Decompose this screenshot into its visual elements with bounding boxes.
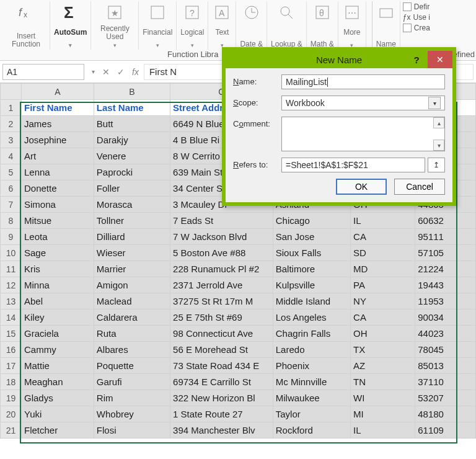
cell[interactable]: TN bbox=[351, 374, 415, 390]
ribbon-financial[interactable]: Financial ▾ bbox=[139, 1, 177, 50]
cell[interactable]: Phoenix bbox=[273, 358, 350, 374]
row-number[interactable]: 10 bbox=[1, 245, 22, 261]
fx-icon[interactable]: fx bbox=[132, 67, 139, 77]
cell[interactable]: Josephine bbox=[21, 132, 94, 148]
column-header[interactable]: A bbox=[21, 84, 94, 100]
ribbon-math[interactable]: θ Math & bbox=[307, 1, 338, 50]
ribbon-name-manager[interactable]: Name bbox=[372, 1, 400, 50]
row-number[interactable]: 12 bbox=[1, 277, 22, 293]
cell[interactable]: Simona bbox=[21, 197, 94, 213]
ribbon-autosum[interactable]: Σ AutoSum ▾ bbox=[50, 1, 91, 50]
cell[interactable]: Rockford bbox=[273, 422, 350, 439]
row-number[interactable]: 5 bbox=[1, 164, 22, 180]
cell[interactable]: 57105 bbox=[415, 245, 476, 261]
select-all-corner[interactable] bbox=[1, 84, 22, 100]
cell[interactable]: Butt bbox=[94, 116, 170, 132]
ribbon-insert-function[interactable]: fx Insert Function bbox=[2, 1, 50, 50]
cell[interactable]: San Jose bbox=[273, 229, 350, 245]
cell[interactable]: Marrier bbox=[94, 261, 170, 277]
cell[interactable]: Kiley bbox=[21, 310, 94, 326]
chevron-down-icon[interactable]: ▾ bbox=[113, 42, 117, 48]
row-number[interactable]: 4 bbox=[1, 148, 22, 164]
cell[interactable]: TX bbox=[351, 342, 415, 358]
cell[interactable]: Morasca bbox=[94, 197, 170, 213]
cell[interactable]: Graciela bbox=[21, 326, 94, 342]
cell[interactable]: Caldarera bbox=[94, 310, 170, 326]
ribbon-more[interactable]: ⋯ More ▾ bbox=[338, 1, 366, 50]
cell[interactable]: 394 Manchester Blv bbox=[170, 422, 273, 439]
cell[interactable]: Amigon bbox=[94, 277, 170, 293]
row-number[interactable]: 9 bbox=[1, 229, 22, 245]
row-number[interactable]: 21 bbox=[1, 422, 22, 439]
cell[interactable]: Minna bbox=[21, 277, 94, 293]
chevron-down-icon[interactable]: ▾ bbox=[191, 42, 194, 48]
cell[interactable]: Mc Minnville bbox=[273, 374, 350, 390]
cell[interactable]: 69734 E Carrillo St bbox=[170, 374, 273, 390]
header-cell[interactable]: First Name bbox=[21, 100, 94, 116]
cell[interactable]: 25 E 75th St #69 bbox=[170, 310, 273, 326]
cell[interactable]: 37110 bbox=[415, 374, 476, 390]
cell[interactable]: CA bbox=[351, 310, 415, 326]
cell[interactable]: Yuki bbox=[21, 406, 94, 422]
cell[interactable]: 228 Runamuck Pl #2 bbox=[170, 261, 273, 277]
name-input[interactable]: MailingList bbox=[281, 74, 445, 89]
cell[interactable]: Fletcher bbox=[21, 422, 94, 439]
row-number[interactable]: 14 bbox=[1, 310, 22, 326]
cell[interactable]: Taylor bbox=[273, 406, 350, 422]
cell[interactable]: Garufi bbox=[94, 374, 170, 390]
cell[interactable]: OH bbox=[351, 326, 415, 342]
cell[interactable]: Ruta bbox=[94, 326, 170, 342]
column-header[interactable]: B bbox=[94, 84, 170, 100]
cell[interactable]: Baltimore bbox=[273, 261, 350, 277]
cell[interactable]: Sage bbox=[21, 245, 94, 261]
cell[interactable]: IL bbox=[351, 213, 415, 229]
row-number[interactable]: 17 bbox=[1, 358, 22, 374]
cell[interactable]: James bbox=[21, 116, 94, 132]
cell[interactable]: Rim bbox=[94, 390, 170, 406]
ribbon-logical[interactable]: ? Logical ▾ bbox=[177, 1, 208, 50]
enter-icon[interactable]: ✓ bbox=[117, 67, 125, 77]
refers-to-input[interactable]: =Sheet1!$A$1:$F$21 bbox=[281, 158, 425, 172]
cell[interactable]: IL bbox=[351, 422, 415, 439]
header-cell[interactable]: Last Name bbox=[94, 100, 170, 116]
cell[interactable]: 73 State Road 434 E bbox=[170, 358, 273, 374]
range-selector-button[interactable]: ↥ bbox=[428, 158, 445, 172]
row-number[interactable]: 15 bbox=[1, 326, 22, 342]
cell[interactable]: 56 E Morehead St bbox=[170, 342, 273, 358]
cell[interactable]: Donette bbox=[21, 180, 94, 197]
cell[interactable]: 2371 Jerrold Ave bbox=[170, 277, 273, 293]
cell[interactable]: Darakjy bbox=[94, 132, 170, 148]
cell[interactable]: 95111 bbox=[415, 229, 476, 245]
scope-select[interactable]: Workbook ▾ bbox=[281, 96, 445, 110]
row-number[interactable]: 6 bbox=[1, 180, 22, 197]
cell[interactable]: Tollner bbox=[94, 213, 170, 229]
cell[interactable]: 21224 bbox=[415, 261, 476, 277]
cell[interactable]: AZ bbox=[351, 358, 415, 374]
create-from-selection-button[interactable]: Crea bbox=[403, 24, 430, 32]
cell[interactable]: Gladys bbox=[21, 390, 94, 406]
cell[interactable]: 11953 bbox=[415, 293, 476, 310]
close-button[interactable]: ✕ bbox=[428, 51, 452, 68]
cell[interactable]: 85013 bbox=[415, 358, 476, 374]
cell[interactable]: 7 W Jackson Blvd bbox=[170, 229, 273, 245]
ribbon-recently-used[interactable]: ★ Recently Used ▾ bbox=[91, 1, 139, 50]
use-in-formula-button[interactable]: ƒxUse i bbox=[403, 13, 430, 22]
help-button[interactable]: ? bbox=[405, 51, 428, 68]
cell[interactable]: Los Angeles bbox=[273, 310, 350, 326]
cancel-icon[interactable]: ✕ bbox=[102, 67, 110, 77]
cell[interactable]: 53207 bbox=[415, 390, 476, 406]
scroll-down-icon[interactable]: ▾ bbox=[433, 140, 444, 151]
cell[interactable]: PA bbox=[351, 277, 415, 293]
cell[interactable]: Maclead bbox=[94, 293, 170, 310]
cell[interactable]: Art bbox=[21, 148, 94, 164]
cell[interactable]: Mitsue bbox=[21, 213, 94, 229]
cell[interactable]: SD bbox=[351, 245, 415, 261]
cell[interactable]: Milwaukee bbox=[273, 390, 350, 406]
comment-textarea[interactable]: ▴ ▾ bbox=[281, 117, 445, 151]
chevron-down-icon[interactable]: ▾ bbox=[156, 42, 159, 48]
row-number[interactable]: 2 bbox=[1, 116, 22, 132]
define-name-button[interactable]: Defir bbox=[403, 2, 430, 11]
cell[interactable]: Meaghan bbox=[21, 374, 94, 390]
cell[interactable]: 78045 bbox=[415, 342, 476, 358]
cell[interactable]: Laredo bbox=[273, 342, 350, 358]
